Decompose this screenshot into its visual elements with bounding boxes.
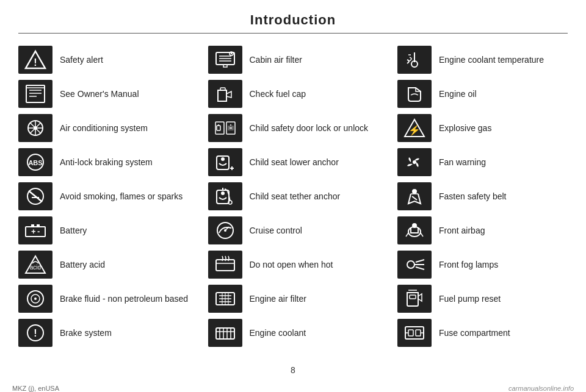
list-item: Engine oil	[397, 80, 568, 108]
list-item: ⚡ Explosive gas	[397, 114, 568, 142]
brake-fluid-label: Brake fluid - non petroleum based	[60, 293, 188, 304]
list-item: ! Safety alert	[18, 46, 189, 74]
child-door-lock-label: Child safety door lock or unlock	[250, 123, 369, 134]
svg-text:acid: acid	[30, 264, 41, 271]
child-door-lock-icon	[208, 114, 242, 142]
brake-fluid-icon	[18, 285, 52, 313]
battery-acid-icon: acid	[18, 251, 52, 279]
list-item: Fan warning	[397, 148, 568, 176]
fasten-safety-belt-icon	[397, 182, 432, 210]
list-item: Brake fluid - non petroleum based	[18, 285, 189, 313]
list-item: Engine coolant temperature	[397, 46, 568, 74]
cabin-air-filter-icon	[208, 46, 242, 74]
child-seat-lower-anchor-icon	[208, 148, 242, 176]
check-fuel-cap-label: Check fuel cap	[250, 88, 306, 99]
column-3: Engine coolant temperature Engine oil ⚡	[397, 46, 568, 353]
battery-label: Battery	[60, 225, 87, 236]
brake-system-label: Brake system	[60, 327, 112, 338]
list-item: Fuse compartment	[397, 319, 568, 347]
list-item: Air conditioning system	[18, 114, 189, 142]
list-item: Engine coolant	[208, 319, 378, 347]
list-item: See Owner's Manual	[18, 80, 189, 108]
list-item: ABS Anti-lock braking system	[18, 148, 189, 176]
fan-warning-label: Fan warning	[439, 157, 486, 168]
footer-left: MKZ (j), enUSA	[12, 385, 59, 392]
svg-point-27	[34, 298, 37, 300]
list-item: Child safety door lock or unlock	[208, 114, 378, 142]
svg-text:+: +	[31, 227, 36, 236]
svg-point-67	[412, 189, 417, 194]
column-2: Cabin air filter Check fuel cap	[208, 46, 378, 353]
list-item: Fasten safety belt	[397, 182, 568, 210]
list-item: Check fuel cap	[208, 80, 378, 108]
fuel-pump-reset-label: Fuel pump reset	[439, 293, 501, 304]
no-smoking-label: Avoid smoking, flames or sparks	[60, 191, 183, 202]
svg-line-16	[29, 191, 42, 202]
svg-text:-: -	[37, 227, 40, 236]
page-number: 8	[18, 365, 568, 375]
fuse-compartment-icon	[397, 319, 432, 347]
abs-icon: ABS	[18, 148, 52, 176]
svg-point-70	[407, 261, 414, 268]
title-divider	[18, 33, 568, 34]
svg-text:ABS: ABS	[28, 159, 42, 166]
engine-coolant-icon	[208, 319, 242, 347]
battery-icon: + -	[18, 216, 52, 244]
abs-label: Anti-lock braking system	[60, 157, 153, 168]
list-item: Do not open when hot	[208, 251, 378, 279]
column-1: ! Safety alert See Owner's Manual	[18, 46, 189, 353]
list-item: Child seat tether anchor	[208, 182, 378, 210]
fan-warning-icon	[397, 148, 432, 176]
owners-manual-icon	[18, 80, 52, 108]
list-item: + - Battery	[18, 216, 189, 244]
list-item: Child seat lower anchor	[208, 148, 378, 176]
engine-coolant-label: Engine coolant	[250, 327, 306, 338]
air-conditioning-icon	[18, 114, 52, 142]
footer-right: carmanualsonline.info	[508, 385, 574, 392]
engine-oil-label: Engine oil	[439, 88, 477, 99]
list-item: Engine air filter	[208, 285, 378, 313]
svg-rect-79	[416, 330, 421, 336]
svg-point-66	[413, 160, 416, 164]
front-fog-lamps-label: Front fog lamps	[439, 259, 498, 270]
page-title: Introduction	[18, 12, 568, 28]
svg-rect-35	[220, 88, 225, 90]
child-seat-tether-anchor-label: Child seat tether anchor	[250, 191, 341, 202]
svg-line-73	[416, 267, 424, 269]
svg-point-12	[34, 126, 37, 130]
list-item: Front airbag	[397, 216, 568, 244]
engine-coolant-temp-icon	[397, 46, 432, 74]
explosive-gas-label: Explosive gas	[439, 123, 491, 134]
svg-rect-74	[410, 295, 416, 299]
list-item: ! Brake system	[18, 319, 189, 347]
list-item: Avoid smoking, flames or sparks	[18, 182, 189, 210]
list-item: Cruise control	[208, 216, 378, 244]
air-conditioning-label: Air conditioning system	[60, 123, 148, 134]
battery-acid-label: Battery acid	[60, 259, 105, 270]
svg-text:⚡: ⚡	[408, 124, 421, 136]
svg-rect-78	[408, 330, 413, 336]
svg-line-72	[416, 260, 424, 262]
safety-alert-label: Safety alert	[60, 54, 103, 65]
cruise-control-label: Cruise control	[250, 225, 302, 236]
list-item: Fuel pump reset	[397, 285, 568, 313]
front-airbag-icon	[397, 216, 432, 244]
list-item: Cabin air filter	[208, 46, 378, 74]
engine-oil-icon	[397, 80, 432, 108]
svg-text:!: !	[34, 328, 37, 338]
main-content: ! Safety alert See Owner's Manual	[18, 46, 568, 353]
safety-alert-icon: !	[18, 46, 52, 74]
list-item: acid Battery acid	[18, 251, 189, 279]
child-seat-lower-anchor-label: Child seat lower anchor	[250, 157, 339, 168]
fuse-compartment-label: Fuse compartment	[439, 327, 510, 338]
svg-rect-48	[216, 260, 234, 271]
fuel-pump-reset-icon	[397, 285, 432, 313]
no-smoking-icon	[18, 182, 52, 210]
svg-point-43	[221, 191, 225, 195]
svg-point-41	[221, 157, 225, 161]
check-fuel-cap-icon	[208, 80, 242, 108]
child-seat-tether-anchor-icon	[208, 182, 242, 210]
front-fog-lamps-icon	[397, 251, 432, 279]
engine-air-filter-label: Engine air filter	[250, 293, 306, 304]
svg-text:!: !	[34, 57, 37, 68]
